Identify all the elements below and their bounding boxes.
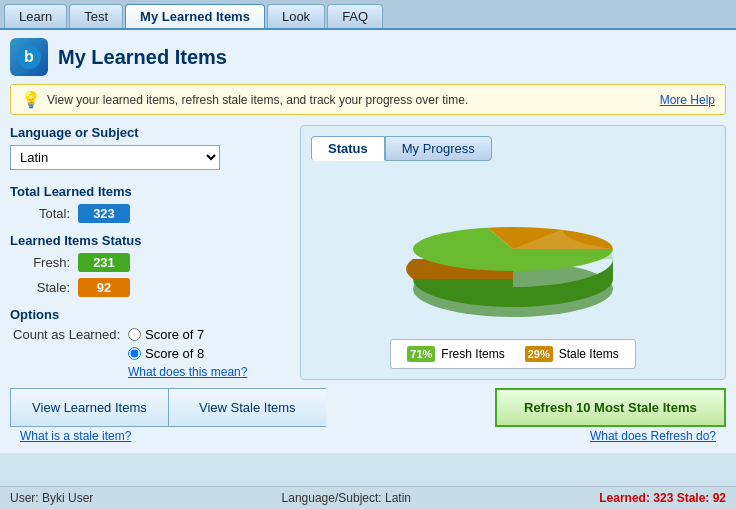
total-section-label: Total Learned Items <box>10 184 290 199</box>
tab-look[interactable]: Look <box>267 4 325 28</box>
score7-radio[interactable] <box>128 328 141 341</box>
count-row: Count as Learned: Score of 7 <box>10 327 290 342</box>
tab-status[interactable]: Status <box>311 136 385 161</box>
inner-tabs: Status My Progress <box>311 136 715 161</box>
stale-pct: 29% <box>528 348 550 360</box>
score8-option[interactable]: Score of 8 <box>128 346 204 361</box>
score8-label: Score of 8 <box>145 346 204 361</box>
header-row: b My Learned Items <box>10 38 726 76</box>
stale-swatch: 29% <box>525 346 553 362</box>
tab-faq[interactable]: FAQ <box>327 4 383 28</box>
tab-bar: Learn Test My Learned Items Look FAQ <box>0 0 736 30</box>
stale-badge: 92 <box>78 278 130 297</box>
page-title: My Learned Items <box>58 46 227 69</box>
main-area: b My Learned Items 💡 View your learned i… <box>0 30 736 453</box>
status-section-label: Learned Items Status <box>10 233 290 248</box>
language-select[interactable]: Latin <box>10 145 220 170</box>
tab-my-progress[interactable]: My Progress <box>385 136 492 161</box>
count-label: Count as Learned: <box>10 327 120 342</box>
stale-label: Stale: <box>10 280 70 295</box>
fresh-legend-label: Fresh Items <box>441 347 504 361</box>
total-label: Total: <box>10 206 70 221</box>
legend-stale: 29% Stale Items <box>525 346 619 362</box>
fresh-swatch: 71% <box>407 346 435 362</box>
view-learned-button[interactable]: View Learned Items <box>10 388 169 427</box>
stale-stat-row: Stale: 92 <box>10 278 290 297</box>
app-icon: b <box>10 38 48 76</box>
score8-radio[interactable] <box>128 347 141 360</box>
score7-option[interactable]: Score of 7 <box>128 327 204 342</box>
status-section: Learned Items Status Fresh: 231 Stale: 9… <box>10 233 290 297</box>
total-section: Total Learned Items Total: 323 <box>10 184 290 223</box>
svg-text:b: b <box>24 48 34 65</box>
tab-test[interactable]: Test <box>69 4 123 28</box>
fresh-pct: 71% <box>410 348 432 360</box>
bottom-buttons: View Learned Items View Stale Items Refr… <box>10 388 726 427</box>
language-section-label: Language or Subject <box>10 125 290 140</box>
stale-legend-label: Stale Items <box>559 347 619 361</box>
left-panel: Language or Subject Latin Total Learned … <box>10 125 290 380</box>
status-stats: Learned: 323 Stale: 92 <box>599 491 726 505</box>
total-stat-row: Total: 323 <box>10 204 290 223</box>
view-stale-button[interactable]: View Stale Items <box>169 388 326 427</box>
status-user: User: Byki User <box>10 491 93 505</box>
tab-my-learned-items[interactable]: My Learned Items <box>125 4 265 28</box>
score8-row: Score of 8 <box>10 346 290 361</box>
content-row: Language or Subject Latin Total Learned … <box>10 125 726 380</box>
info-bar-text: View your learned items, refresh stale i… <box>47 93 468 107</box>
status-language: Language/Subject: Latin <box>282 491 411 505</box>
tab-learn[interactable]: Learn <box>4 4 67 28</box>
total-badge: 323 <box>78 204 130 223</box>
refresh-button[interactable]: Refresh 10 Most Stale Items <box>495 388 726 427</box>
refresh-info-link[interactable]: What does Refresh do? <box>590 429 716 443</box>
right-panel: Status My Progress <box>300 125 726 380</box>
what-link[interactable]: What does this mean? <box>128 365 290 379</box>
stale-info-link[interactable]: What is a stale item? <box>20 429 131 443</box>
info-bar: 💡 View your learned items, refresh stale… <box>10 84 726 115</box>
language-dropdown-row: Latin <box>10 145 290 170</box>
score7-label: Score of 7 <box>145 327 204 342</box>
fresh-stat-row: Fresh: 231 <box>10 253 290 272</box>
fresh-badge: 231 <box>78 253 130 272</box>
bulb-icon: 💡 <box>21 90 41 109</box>
chart-legend: 71% Fresh Items 29% Stale Items <box>390 339 635 369</box>
fresh-label: Fresh: <box>10 255 70 270</box>
options-label: Options <box>10 307 290 322</box>
chart-container: 71% Fresh Items 29% Stale Items <box>311 171 715 369</box>
links-row: What is a stale item? What does Refresh … <box>10 427 726 445</box>
options-section: Options Count as Learned: Score of 7 Sco… <box>10 307 290 379</box>
status-bar: User: Byki User Language/Subject: Latin … <box>0 486 736 509</box>
legend-fresh: 71% Fresh Items <box>407 346 504 362</box>
more-help-link[interactable]: More Help <box>660 93 715 107</box>
pie-chart <box>383 171 643 331</box>
